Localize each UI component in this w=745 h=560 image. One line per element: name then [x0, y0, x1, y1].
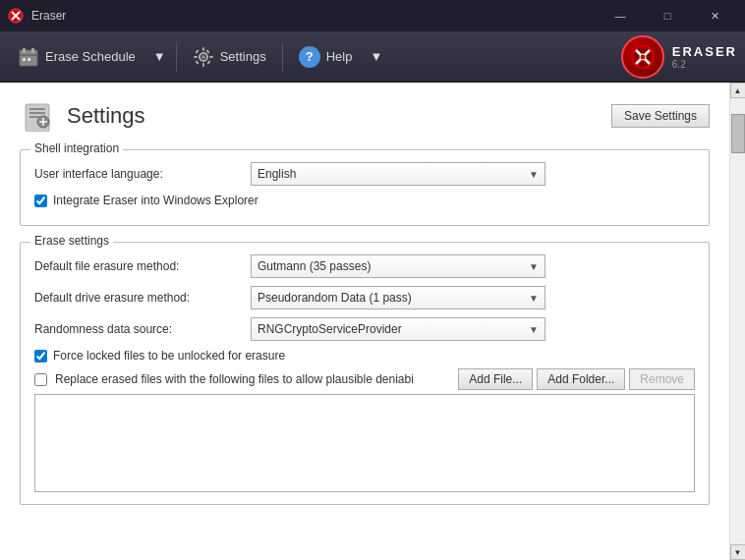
replace-checkbox[interactable] [34, 373, 47, 386]
default-file-row: Default file erasure method: Gutmann (35… [34, 254, 695, 278]
help-icon: ? [299, 46, 320, 68]
page-icon [20, 98, 55, 134]
scrollbar-thumb[interactable] [731, 114, 745, 153]
settings-page-icon [22, 100, 53, 132]
logo-version: 6.2 [672, 59, 737, 70]
integrate-label: Integrate Eraser into Windows Explorer [53, 194, 258, 207]
svg-rect-4 [23, 48, 26, 53]
svg-rect-8 [28, 58, 30, 61]
app-icon [8, 8, 24, 24]
main-content: Settings Save Settings Shell integration… [0, 83, 745, 560]
randomness-field: RNGCryptoServiceProvider ▼ [251, 317, 695, 341]
logo: ERASER 6.2 [621, 35, 737, 79]
content-area: Settings Save Settings Shell integration… [0, 83, 729, 560]
default-drive-value: Pseudorandom Data (1 pass) [258, 291, 412, 305]
titlebar-left: Eraser [8, 8, 66, 24]
scroll-down-arrow[interactable]: ▼ [730, 544, 746, 560]
default-drive-select[interactable]: Pseudorandom Data (1 pass) ▼ [251, 286, 545, 309]
toolbar-items: Erase Schedule ▼ Settings ? Help [8, 40, 386, 74]
remove-button[interactable]: Remove [629, 368, 695, 390]
randomness-row: Randomness data source: RNGCryptoService… [34, 317, 695, 341]
replace-label: Replace erased files with the following … [55, 372, 450, 386]
default-drive-label: Default drive erasure method: [34, 291, 251, 305]
page-header: Settings Save Settings [20, 98, 710, 134]
page-title: Settings [67, 103, 145, 129]
default-file-value: Gutmann (35 passes) [258, 259, 371, 273]
save-settings-button[interactable]: Save Settings [611, 104, 710, 128]
svg-rect-27 [29, 116, 39, 118]
add-file-button[interactable]: Add File... [458, 368, 533, 390]
erase-schedule-dropdown[interactable]: ▼ [149, 43, 170, 70]
integrate-row: Integrate Eraser into Windows Explorer [34, 194, 695, 207]
svg-point-10 [201, 55, 205, 59]
integrate-checkbox[interactable] [34, 195, 47, 207]
close-button[interactable]: ✕ [692, 0, 737, 31]
svg-rect-7 [23, 58, 26, 61]
svg-rect-16 [206, 60, 210, 64]
window-title: Eraser [31, 9, 66, 23]
default-drive-row: Default drive erasure method: Pseudorand… [34, 286, 695, 309]
erase-settings-legend: Erase settings [30, 234, 113, 248]
randomness-arrow: ▼ [529, 324, 539, 335]
toolbar: Erase Schedule ▼ Settings ? Help [0, 31, 745, 83]
svg-rect-5 [31, 48, 34, 53]
language-select[interactable]: English ▼ [251, 162, 545, 186]
language-row: User interface language: English ▼ [34, 162, 695, 186]
settings-toolbar-label: Settings [220, 49, 266, 64]
language-dropdown-arrow: ▼ [529, 169, 539, 180]
randomness-select[interactable]: RNGCryptoServiceProvider ▼ [251, 317, 545, 341]
settings-toolbar-button[interactable]: Settings [183, 40, 276, 74]
svg-rect-13 [194, 56, 198, 58]
language-value: English [258, 167, 296, 181]
erase-schedule-icon [18, 46, 39, 68]
erase-schedule-button[interactable]: Erase Schedule [8, 40, 145, 74]
toolbar-sep-2 [282, 42, 283, 72]
scroll-up-arrow[interactable]: ▲ [730, 83, 746, 98]
logo-icon [628, 42, 658, 72]
maximize-button[interactable]: □ [645, 0, 690, 31]
add-folder-button[interactable]: Add Folder... [537, 368, 625, 390]
default-drive-arrow: ▼ [529, 293, 539, 304]
window-controls: — □ ✕ [598, 0, 737, 31]
svg-rect-25 [29, 108, 45, 110]
default-file-arrow: ▼ [529, 261, 539, 272]
svg-rect-18 [195, 60, 199, 64]
svg-rect-15 [195, 49, 199, 53]
settings-toolbar-icon [193, 46, 214, 68]
svg-point-23 [640, 54, 646, 60]
erase-schedule-label: Erase Schedule [45, 49, 136, 64]
help-button[interactable]: ? Help [289, 40, 363, 74]
help-label: Help [326, 49, 353, 64]
page-header-left: Settings [20, 98, 145, 134]
svg-rect-11 [202, 47, 204, 51]
svg-rect-12 [202, 63, 204, 67]
toolbar-sep-1 [176, 42, 177, 72]
force-locked-row: Force locked files to be unlocked for er… [34, 349, 695, 363]
default-file-label: Default file erasure method: [34, 259, 251, 273]
minimize-button[interactable]: — [598, 0, 643, 31]
logo-circle [621, 35, 664, 79]
randomness-value: RNGCryptoServiceProvider [258, 322, 402, 336]
shell-integration-section: Shell integration User interface languag… [20, 149, 710, 226]
randomness-label: Randomness data source: [34, 322, 251, 336]
file-buttons: Add File... Add Folder... Remove [458, 368, 695, 390]
default-drive-field: Pseudorandom Data (1 pass) ▼ [251, 286, 695, 309]
titlebar: Eraser — □ ✕ [0, 0, 745, 31]
shell-integration-legend: Shell integration [30, 141, 123, 155]
force-locked-label: Force locked files to be unlocked for er… [53, 349, 285, 363]
force-locked-checkbox[interactable] [34, 350, 47, 363]
svg-rect-26 [29, 112, 45, 114]
file-list [34, 394, 695, 492]
help-dropdown[interactable]: ▼ [366, 43, 386, 70]
scrollbar[interactable]: ▲ ▼ [729, 83, 745, 560]
replace-row: Replace erased files with the following … [34, 368, 695, 390]
svg-rect-14 [209, 56, 213, 58]
logo-label: ERASER [672, 44, 737, 59]
language-field: English ▼ [251, 162, 695, 186]
svg-rect-17 [205, 49, 209, 53]
default-file-field: Gutmann (35 passes) ▼ [251, 254, 695, 278]
logo-text-block: ERASER 6.2 [672, 44, 737, 70]
default-file-select[interactable]: Gutmann (35 passes) ▼ [251, 254, 545, 278]
language-label: User interface language: [34, 167, 251, 181]
erase-settings-section: Erase settings Default file erasure meth… [20, 242, 710, 505]
